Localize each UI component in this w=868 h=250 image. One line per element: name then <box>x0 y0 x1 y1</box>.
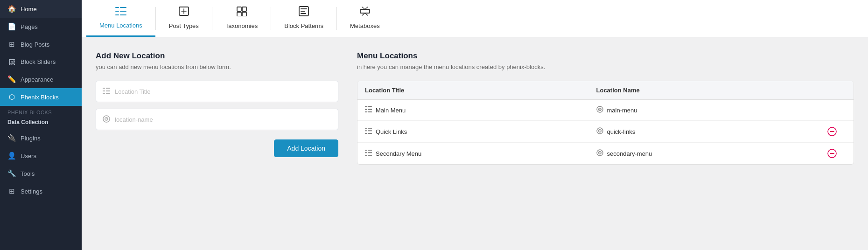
row-3-name-text: secondary-menu <box>607 150 652 157</box>
block-sliders-icon: 🖼 <box>7 58 16 66</box>
tab-menu-locations[interactable]: Menu Locations <box>86 0 155 37</box>
row-2-name: quick-links <box>596 127 828 136</box>
svg-point-32 <box>599 109 600 110</box>
row-2-title-text: Quick Links <box>376 128 407 135</box>
svg-rect-48 <box>365 155 367 156</box>
add-location-title: Add New Location <box>96 51 338 61</box>
svg-rect-29 <box>368 111 372 112</box>
phenix-blocks-icon: ⬡ <box>7 93 16 101</box>
svg-rect-16 <box>106 88 110 89</box>
sidebar-item-settings[interactable]: ⊞ Settings <box>0 182 82 200</box>
tab-metaboxes[interactable]: Metaboxes <box>337 0 393 37</box>
svg-rect-44 <box>365 150 367 151</box>
sidebar: 🏠 Home 📄 Pages ⊞ Blog Posts 🖼 Block Slid… <box>0 0 82 250</box>
location-title-input[interactable] <box>115 88 331 95</box>
svg-rect-34 <box>368 128 372 129</box>
svg-rect-33 <box>365 128 367 129</box>
svg-rect-4 <box>115 14 119 15</box>
sidebar-label-pages: Pages <box>21 23 38 30</box>
tab-label-menu-locations: Menu Locations <box>99 22 142 29</box>
sidebar-section-label: Phenix Blocks <box>0 106 82 117</box>
sidebar-item-phenix-blocks[interactable]: ⬡ Phenix Blocks <box>0 88 82 106</box>
svg-rect-0 <box>115 7 119 8</box>
row-2-actions <box>827 127 846 136</box>
row-1-name: main-menu <box>596 106 828 114</box>
svg-rect-25 <box>368 106 372 107</box>
settings-icon: ⊞ <box>7 187 16 195</box>
svg-rect-47 <box>368 153 372 153</box>
svg-rect-45 <box>368 150 372 151</box>
sidebar-item-blog-posts[interactable]: ⊞ Blog Posts <box>0 35 82 53</box>
block-patterns-tab-icon <box>299 6 309 19</box>
sidebar-item-users[interactable]: 👤 Users <box>0 147 82 165</box>
sidebar-label-users: Users <box>21 153 36 160</box>
svg-rect-24 <box>365 106 367 107</box>
svg-rect-13 <box>301 13 306 14</box>
svg-rect-28 <box>365 111 367 112</box>
sidebar-item-tools[interactable]: 🔧 Tools <box>0 165 82 182</box>
tab-label-metaboxes: Metaboxes <box>350 22 380 29</box>
row-3-name: secondary-menu <box>596 149 828 158</box>
svg-rect-14 <box>360 9 370 13</box>
row-1-title: Main Menu <box>365 106 596 114</box>
tab-taxonomies[interactable]: Taxonomies <box>212 0 271 37</box>
delete-row-3-button[interactable] <box>827 149 837 158</box>
pages-icon: 📄 <box>7 22 16 31</box>
sidebar-item-block-sliders[interactable]: 🖼 Block Sliders <box>0 53 82 70</box>
menu-locations-tab-icon <box>115 7 126 18</box>
row-3-actions <box>827 149 846 158</box>
sidebar-label-blog-posts: Blog Posts <box>21 41 49 48</box>
table-row: Quick Links quick-links <box>357 121 854 143</box>
location-name-input[interactable] <box>115 116 331 123</box>
target-icon <box>103 115 110 124</box>
row-3-title: Secondary Menu <box>365 150 596 157</box>
tabs-bar: Menu Locations Post Types Ta <box>82 0 868 37</box>
taxonomies-tab-icon <box>236 6 247 19</box>
svg-rect-1 <box>120 7 126 8</box>
tab-label-block-patterns: Block Patterns <box>284 22 323 29</box>
col-actions-header <box>827 87 846 94</box>
svg-rect-18 <box>106 90 110 91</box>
delete-row-2-button[interactable] <box>827 127 837 136</box>
svg-rect-12 <box>301 11 305 12</box>
row-2-list-icon <box>365 128 372 135</box>
sidebar-item-home[interactable]: 🏠 Home <box>0 0 82 18</box>
svg-rect-19 <box>103 93 105 94</box>
sidebar-label-block-sliders: Block Sliders <box>21 58 56 65</box>
plugins-icon: 🔌 <box>7 134 16 142</box>
svg-rect-9 <box>242 12 246 16</box>
svg-rect-35 <box>365 131 367 132</box>
svg-rect-11 <box>301 8 307 9</box>
page-content: Add New Location you can add new menu lo… <box>82 37 868 250</box>
svg-rect-26 <box>365 109 367 110</box>
svg-rect-7 <box>242 7 246 11</box>
add-location-button[interactable]: Add Location <box>274 139 338 157</box>
tab-post-types[interactable]: Post Types <box>156 0 212 37</box>
add-location-panel: Add New Location you can add new menu lo… <box>96 51 357 241</box>
sidebar-label-appearance: Appearance <box>21 76 53 83</box>
svg-point-23 <box>106 118 107 119</box>
sidebar-label-phenix-blocks: Phenix Blocks <box>21 94 59 101</box>
location-name-field-container <box>96 109 338 130</box>
table-header: Location Title Location Name <box>357 81 854 100</box>
svg-rect-5 <box>120 14 126 15</box>
sidebar-item-pages[interactable]: 📄 Pages <box>0 18 82 35</box>
add-location-desc: you can add new menu locations from belo… <box>96 63 338 70</box>
menu-locations-desc: in here you can manage the menu location… <box>357 63 854 70</box>
sidebar-item-plugins[interactable]: 🔌 Plugins <box>0 129 82 147</box>
tab-block-patterns[interactable]: Block Patterns <box>271 0 336 37</box>
sidebar-label-tools: Tools <box>21 170 35 177</box>
table-row: Secondary Menu secondary-menu <box>357 143 854 164</box>
locations-table: Location Title Location Name <box>357 81 854 165</box>
blog-posts-icon: ⊞ <box>7 40 16 49</box>
svg-rect-2 <box>115 11 119 12</box>
svg-rect-15 <box>103 88 105 89</box>
col-title-header: Location Title <box>365 87 596 94</box>
sidebar-item-appearance[interactable]: ✏️ Appearance <box>0 70 82 88</box>
row-1-target-icon <box>596 106 603 114</box>
row-2-name-text: quick-links <box>607 128 636 135</box>
sidebar-label-plugins: Plugins <box>21 135 41 142</box>
users-icon: 👤 <box>7 152 16 160</box>
row-2-title: Quick Links <box>365 128 596 135</box>
svg-rect-6 <box>237 7 241 11</box>
